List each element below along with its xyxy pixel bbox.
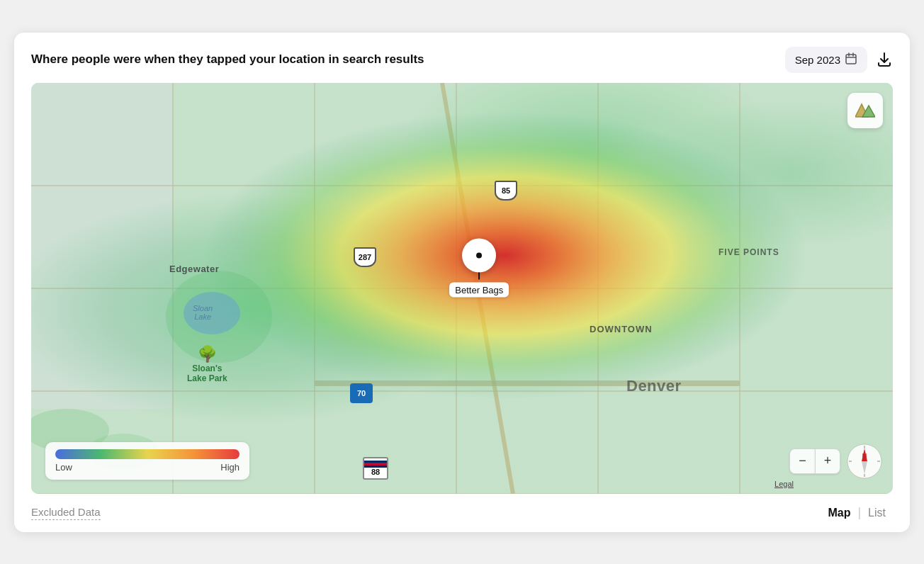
compass: N — [846, 443, 883, 480]
download-button[interactable] — [876, 51, 893, 68]
header-controls: Sep 2023 — [785, 47, 893, 73]
calendar-icon — [845, 52, 857, 67]
footer: Excluded Data Map | List — [31, 502, 893, 521]
legal-link[interactable]: Legal — [774, 480, 794, 488]
zoom-controls: − + — [789, 449, 840, 474]
legend-labels: Low High — [55, 462, 240, 473]
page-title: Where people were when they tapped your … — [31, 52, 424, 67]
pin-circle — [462, 238, 496, 272]
location-pin: Better Bags — [449, 238, 509, 297]
legend-low-label: Low — [55, 462, 72, 473]
legend-high-label: High — [220, 462, 240, 473]
main-card: Where people were when they tapped your … — [14, 33, 910, 532]
svg-text:N: N — [862, 452, 867, 459]
heatmap-legend: Low High — [45, 442, 249, 480]
sloan-lake — [184, 292, 240, 334]
date-label: Sep 2023 — [795, 54, 840, 66]
map-toggle-button[interactable] — [847, 93, 883, 128]
svg-rect-0 — [846, 55, 856, 64]
pin-stem — [478, 272, 480, 279]
zoom-in-button[interactable]: + — [815, 449, 840, 474]
zoom-out-button[interactable]: − — [789, 449, 815, 474]
view-tabs: Map | List — [821, 505, 893, 521]
date-picker-button[interactable]: Sep 2023 — [785, 47, 867, 73]
excluded-data-link[interactable]: Excluded Data — [31, 506, 101, 520]
svg-rect-16 — [315, 380, 740, 386]
legend-gradient-bar — [55, 449, 240, 459]
tab-map[interactable]: Map — [821, 505, 857, 521]
map-container[interactable]: SloanLake 🌳 Sloan'sLake Park Edgewater F… — [31, 83, 893, 494]
pin-dot — [476, 252, 482, 258]
tab-list[interactable]: List — [861, 505, 893, 521]
header: Where people were when they tapped your … — [31, 47, 893, 73]
pin-label: Better Bags — [449, 282, 509, 297]
svg-rect-5 — [31, 83, 173, 409]
